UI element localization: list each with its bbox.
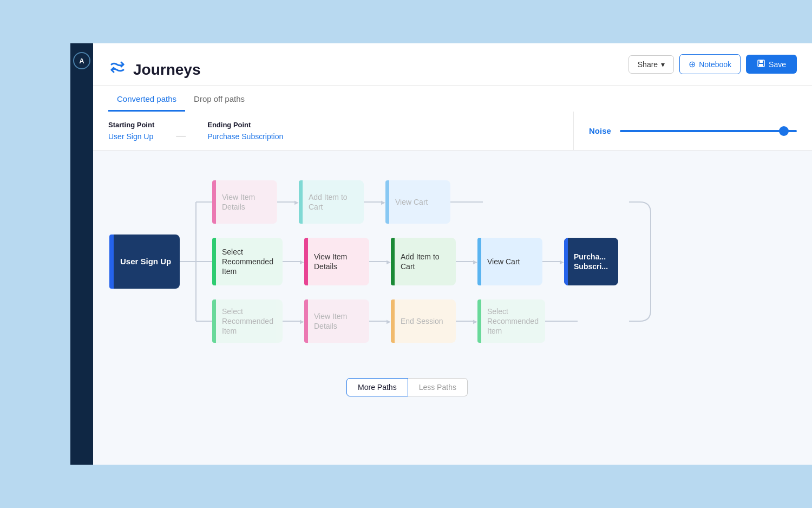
avatar[interactable]: A bbox=[73, 52, 90, 69]
node-purchase-subscription[interactable]: Purcha...Subscri... bbox=[564, 238, 618, 285]
flow-canvas: User Sign Up bbox=[93, 151, 812, 465]
header-left: Journeys bbox=[108, 58, 201, 81]
node-path2-view-cart[interactable]: View Cart bbox=[477, 238, 542, 285]
more-paths-button[interactable]: More Paths bbox=[346, 378, 408, 396]
bottom-actions: More Paths Less Paths bbox=[109, 367, 705, 402]
less-paths-button[interactable]: Less Paths bbox=[408, 378, 468, 396]
journey-flow: User Sign Up bbox=[109, 172, 705, 402]
node-path3-view-item-details[interactable]: View ItemDetails bbox=[304, 299, 369, 343]
node-path1-add-item-to-cart[interactable]: Add Item toCart bbox=[299, 180, 364, 224]
node-path2-view-item-details[interactable]: View ItemDetails bbox=[304, 238, 369, 285]
share-button[interactable]: Share ▾ bbox=[628, 55, 674, 74]
starting-point-group: Starting Point User Sign Up bbox=[108, 121, 154, 141]
node-path3-end-session[interactable]: End Session bbox=[391, 299, 456, 343]
noise-slider[interactable] bbox=[620, 130, 797, 132]
tab-dropoff-paths[interactable]: Drop off paths bbox=[185, 88, 253, 112]
ending-point-label: Ending Point bbox=[207, 121, 283, 129]
chevron-down-icon: ▾ bbox=[661, 60, 665, 69]
save-button[interactable]: Save bbox=[746, 55, 797, 74]
endpoint-section: Starting Point User Sign Up — Ending Poi… bbox=[93, 112, 574, 150]
node-user-sign-up[interactable]: User Sign Up bbox=[109, 235, 180, 289]
noise-section: Noise bbox=[574, 112, 812, 150]
node-path2-select-recommended[interactable]: SelectRecommendedItem bbox=[212, 238, 283, 285]
save-icon bbox=[757, 59, 765, 69]
svg-rect-1 bbox=[759, 60, 763, 63]
starting-point-label: Starting Point bbox=[108, 121, 154, 129]
svg-rect-2 bbox=[759, 64, 763, 67]
node-path3-select-recommended[interactable]: SelectRecommendedItem bbox=[212, 299, 283, 343]
header-actions: Share ▾ ⊕ Notebook Save bbox=[628, 54, 797, 85]
controls-row: Starting Point User Sign Up — Ending Poi… bbox=[93, 112, 812, 151]
arrow-icon: — bbox=[176, 130, 186, 141]
notebook-button[interactable]: ⊕ Notebook bbox=[679, 54, 741, 74]
node-path2-add-item-to-cart[interactable]: Add Item toCart bbox=[391, 238, 456, 285]
node-path1-view-item-details[interactable]: View ItemDetails bbox=[212, 180, 277, 224]
sidebar: A bbox=[70, 43, 93, 465]
node-path1-view-cart[interactable]: View Cart bbox=[385, 180, 450, 224]
tabs-bar: Converted paths Drop off paths bbox=[93, 88, 812, 112]
noise-label: Noise bbox=[589, 126, 611, 135]
plus-circle-icon: ⊕ bbox=[689, 59, 696, 69]
starting-point-value[interactable]: User Sign Up bbox=[108, 132, 154, 141]
node-path3-select-recommended-2[interactable]: SelectRecommendedItem bbox=[477, 299, 545, 343]
main-content: Journeys Share ▾ ⊕ Notebook bbox=[93, 43, 812, 465]
ending-point-group: Ending Point Purchase Subscription bbox=[207, 121, 283, 141]
tab-converted-paths[interactable]: Converted paths bbox=[108, 88, 185, 112]
ending-point-value[interactable]: Purchase Subscription bbox=[207, 132, 283, 141]
page-title: Journeys bbox=[133, 61, 201, 79]
journeys-icon bbox=[108, 58, 128, 81]
header: Journeys Share ▾ ⊕ Notebook bbox=[93, 43, 812, 86]
